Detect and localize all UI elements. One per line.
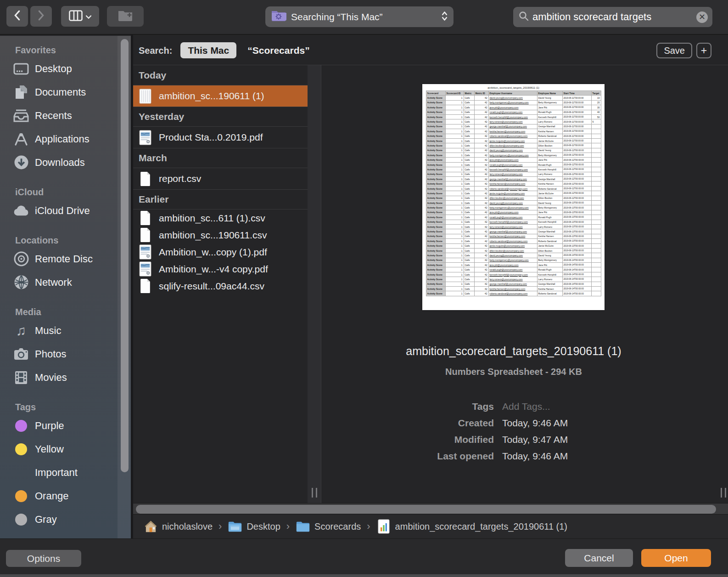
thumb-row: Activity Score1Calls42jane.pitt@yourcomp… (426, 263, 601, 267)
info-label-modified: Modified (322, 433, 494, 446)
column-view-icon (69, 10, 83, 23)
search-scope-scorecards[interactable]: “Scorecards” (245, 42, 312, 58)
breadcrumb-desktop[interactable]: Desktop (228, 519, 280, 534)
file-row-ambition-w-v4-copy-pdf[interactable]: Ambition_w...-v4 copy.pdf (133, 260, 308, 277)
sidebar-item-recents[interactable]: Recents (0, 104, 131, 127)
horizontal-scrollbar-thumb[interactable] (136, 505, 716, 514)
new-folder-button[interactable] (107, 6, 144, 27)
result-group-earlier: Earlierambition_sc...611 (1).csvambition… (133, 189, 308, 294)
open-button[interactable]: Open (641, 549, 711, 567)
document-thumbnail: ambition_scorecard_targets_20190611 (1) … (422, 84, 605, 310)
preview-file-name: ambition_scorecard_targets_20190611 (1) (322, 345, 706, 358)
thumb-row: Activity Score1Calls42david.yeung@yourco… (426, 148, 601, 153)
forward-button[interactable] (30, 6, 52, 27)
file-name: Ambition_w...-v4 copy.pdf (159, 264, 268, 275)
thumb-row: Activity Score1Calls42david.yeung@yourco… (426, 253, 601, 258)
sidebar-section-media: Media (0, 305, 131, 319)
thumb-col-target: Target (591, 91, 601, 96)
thumb-row: Activity Score1Calls42ronald.pugh@yourco… (426, 215, 601, 220)
thumb-row: Activity Score1Calls42keisha.hansen@your… (426, 181, 601, 186)
sidebar-section-favorites: Favorites (0, 43, 131, 57)
info-label-tags: Tags (322, 400, 494, 413)
view-mode-button[interactable] (61, 6, 99, 27)
thumb-row: Activity Score1Calls42kenneth.hemphill@y… (426, 167, 601, 172)
sidebar-item-documents[interactable]: Documents (0, 80, 131, 104)
file-row-product-sta-0-2019-pdf[interactable]: Product Sta...0.2019.pdf (133, 127, 308, 148)
thumb-row: Activity Score1Calls42george.marshall@yo… (426, 229, 601, 234)
file-name: Ambition_w...copy (1).pdf (159, 247, 267, 258)
file-row-report-csv[interactable]: report.csv (133, 168, 308, 189)
breadcrumb-separator: › (367, 520, 370, 532)
group-header: Earlier (133, 189, 308, 209)
sidebar-item-desktop[interactable]: Desktop (0, 57, 131, 80)
cancel-button[interactable]: Cancel (565, 549, 633, 567)
sidebar-item-icloud-drive[interactable]: iCloud Drive (0, 199, 131, 222)
sidebar-item-orange[interactable]: Orange (0, 484, 131, 508)
sidebar-item-label: Remote Disc (35, 253, 93, 265)
file-row-ambition-sc-190611-1[interactable]: ambition_sc...190611 (1) (133, 85, 308, 107)
file-row-ambition-sc-190611-csv[interactable]: ambition_sc...190611.csv (133, 226, 308, 243)
search-icon (519, 11, 529, 23)
search-input[interactable] (532, 11, 696, 23)
sidebar-item-network[interactable]: Network (0, 271, 131, 294)
sidebar-scrollbar-thumb[interactable] (121, 39, 129, 472)
sidebar-item-label: Recents (35, 110, 72, 122)
breadcrumb-scorecards[interactable]: Scorecards (296, 519, 361, 534)
clear-search-icon[interactable]: ✕ (696, 11, 708, 23)
sidebar-item-important[interactable]: Important (0, 461, 131, 484)
sidebar-item-label: Downloads (35, 157, 85, 169)
sidebar-item-applications[interactable]: Applications (0, 127, 131, 151)
pdf-file-icon (138, 130, 152, 145)
chevron-up-down-icon (441, 11, 448, 23)
save-search-button[interactable]: Save (656, 43, 692, 58)
breadcrumb-ambition-scorecard-targets-20190611-1[interactable]: ambition_scorecard_targets_20190611 (1) (376, 519, 567, 534)
search-location-popup[interactable]: Searching “This Mac” (265, 6, 454, 27)
info-value-tags[interactable]: Add Tags... (502, 400, 706, 413)
sidebar-item-label: Gray (35, 514, 57, 526)
thumb-col-scorecard-id: Scorecard ID (445, 91, 464, 96)
thumb-row: Activity Score1Calls42jamie.mcguire@your… (426, 243, 601, 248)
file-row-ambition-sc-611-1-csv[interactable]: ambition_sc...611 (1).csv (133, 209, 308, 226)
recents-icon (12, 108, 30, 123)
sidebar-item-purple[interactable]: Purple (0, 414, 131, 437)
thumb-row: Activity Score1Calls42david.yeung@yourco… (426, 200, 601, 205)
remote-disc-icon (12, 252, 30, 266)
breadcrumb-nicholaslove[interactable]: nicholaslove (143, 519, 213, 534)
column-divider[interactable] (308, 65, 321, 503)
chevron-right-icon (38, 10, 45, 23)
sidebar-item-label: Movies (35, 372, 67, 384)
thumb-row: Activity Score1Calls42kenneth.hemphill@y… (426, 114, 601, 119)
thumb-row: Activity Score1Calls42ronald.pugh@yourco… (426, 162, 601, 167)
sidebar-item-photos[interactable]: Photos (0, 342, 131, 366)
sidebar-scrollbar-track[interactable] (118, 36, 131, 538)
search-scope-this-mac[interactable]: This Mac (180, 42, 236, 58)
preview-pane: ambition_scorecard_targets_20190611 (1) … (322, 65, 728, 503)
file-row-sqlify-result-09ac44-csv[interactable]: sqlify-result...09ac44.csv (133, 277, 308, 294)
path-bar: nicholaslove›Desktop›Scorecards›ambition… (133, 514, 728, 538)
sidebar-item-yellow[interactable]: Yellow (0, 437, 131, 461)
thumb-row: Activity Score1Calls42larry.romero@yourc… (426, 224, 601, 229)
new-folder-icon (118, 9, 133, 24)
column-resize-handle[interactable] (312, 488, 317, 498)
options-button[interactable]: Options (6, 550, 81, 567)
sidebar-item-music[interactable]: ♫Music (0, 319, 131, 342)
file-row-ambition-w-copy-1-pdf[interactable]: Ambition_w...copy (1).pdf (133, 243, 308, 260)
horizontal-scrollbar-track[interactable] (133, 503, 728, 514)
sidebar-item-label: Orange (35, 490, 68, 502)
pdf-file-icon (138, 244, 152, 260)
thumb-row: Activity Score1Calls42betty.montgomery@y… (426, 100, 601, 105)
thumb-row: Activity Score1Calls42jane.pitt@yourcomp… (426, 105, 601, 110)
gray-tag-icon (12, 512, 30, 527)
add-search-button[interactable]: + (696, 43, 711, 58)
back-button[interactable] (6, 6, 28, 27)
sidebar-item-downloads[interactable]: Downloads (0, 151, 131, 174)
sidebar-item-gray[interactable]: Gray (0, 508, 131, 531)
finder-open-dialog: Searching “This Mac” ✕ FavoritesDesktopD… (0, 0, 728, 577)
sidebar-item-movies[interactable]: Movies (0, 366, 131, 389)
result-group-today: Todayambition_sc...190611 (1) (133, 65, 308, 107)
sidebar-item-remote-disc[interactable]: Remote Disc (0, 247, 131, 271)
sidebar-item-label: Applications (35, 133, 90, 145)
search-field[interactable]: ✕ (513, 7, 712, 27)
breadcrumb-label: Scorecards (314, 521, 361, 532)
sidebar-item-label: Desktop (35, 63, 72, 75)
